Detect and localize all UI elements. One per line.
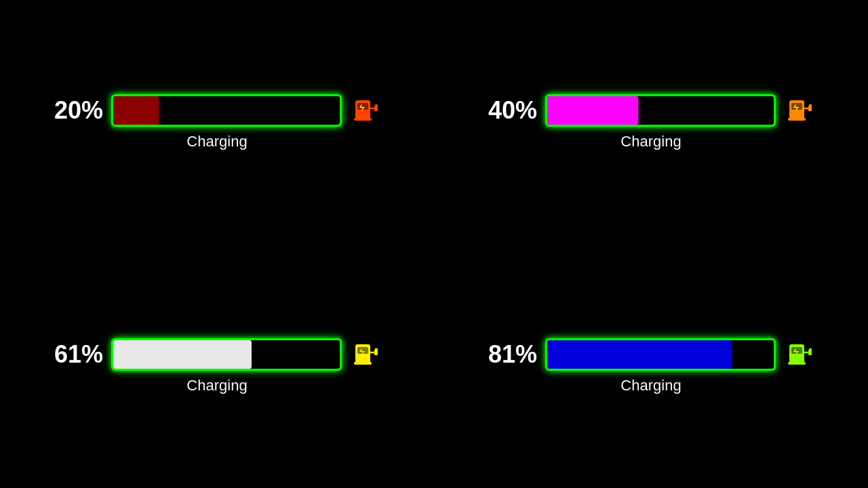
percentage-label-3: 61%: [54, 340, 103, 369]
charging-label-3: Charging: [186, 377, 247, 394]
charging-icon-3: [350, 338, 380, 371]
battery-row-4: 81%: [488, 338, 814, 371]
charging-label-2: Charging: [620, 133, 681, 150]
charging-label-1: Charging: [186, 133, 247, 150]
battery-bar-4: [545, 338, 776, 371]
battery-widget-1: 20% Charging: [54, 94, 380, 150]
charging-label-4: Charging: [620, 377, 681, 394]
battery-row-3: 61%: [54, 338, 380, 371]
battery-row-1: 20%: [54, 94, 380, 127]
charging-icon-4: [784, 338, 814, 371]
battery-widget-4: 81% Charging: [488, 338, 814, 394]
battery-bar-3: [111, 338, 342, 371]
battery-fill-2: [547, 96, 638, 125]
svg-rect-27: [788, 362, 806, 365]
battery-fill-3: [113, 340, 252, 369]
svg-rect-29: [808, 350, 812, 355]
svg-rect-19: [354, 362, 372, 365]
battery-widget-2: 40% Charging: [488, 94, 814, 150]
battery-bar-1: [111, 94, 342, 127]
charging-icon-1: [350, 94, 380, 127]
battery-fill-4: [547, 340, 731, 369]
percentage-label-1: 20%: [54, 96, 103, 125]
charging-icon-2: [784, 94, 814, 127]
battery-bar-2: [545, 94, 776, 127]
svg-rect-13: [808, 106, 812, 111]
percentage-label-2: 40%: [488, 96, 537, 125]
svg-rect-3: [354, 118, 372, 121]
percentage-label-4: 81%: [488, 340, 537, 369]
svg-rect-5: [374, 106, 378, 111]
svg-rect-21: [374, 350, 378, 355]
battery-row-2: 40%: [488, 94, 814, 127]
battery-widget-3: 61% Charging: [54, 338, 380, 394]
svg-rect-11: [788, 118, 806, 121]
battery-fill-1: [113, 96, 159, 125]
